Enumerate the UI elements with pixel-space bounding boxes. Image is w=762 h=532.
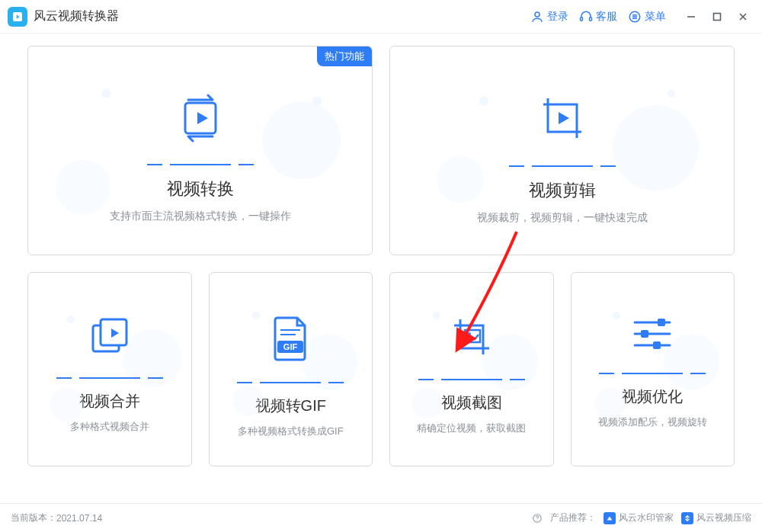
- card-desc: 精确定位视频，获取截图: [417, 421, 526, 436]
- divider: [260, 382, 321, 383]
- convert-icon: [174, 92, 226, 147]
- card-title: 视频截图: [441, 393, 502, 413]
- card-video-gif[interactable]: GIF 视频转GIF 多种视频格式转换成GIF: [209, 272, 373, 466]
- card-bg-decor: [572, 273, 734, 466]
- card-video-capture[interactable]: 视频截图 精确定位视频，获取截图: [389, 272, 554, 466]
- merge-icon: [88, 315, 131, 361]
- svg-rect-4: [590, 17, 592, 21]
- card-title: 视频优化: [622, 386, 683, 407]
- card-video-optimize[interactable]: 视频优化 视频添加配乐，视频旋转: [571, 272, 735, 466]
- svg-rect-45: [641, 330, 648, 338]
- recommend-compress[interactable]: 风云视频压缩: [681, 511, 751, 524]
- svg-marker-20: [559, 112, 569, 124]
- card-video-edit[interactable]: 视频剪辑 视频裁剪，视频剪辑，一键快速完成: [389, 46, 735, 255]
- svg-rect-47: [653, 341, 661, 349]
- app-header: 风云视频转换器 登录 客服 菜单: [0, 0, 762, 34]
- compress-app-icon: [681, 512, 693, 524]
- sliders-icon: [630, 315, 674, 356]
- close-button[interactable]: [733, 7, 753, 27]
- divider: [532, 165, 593, 167]
- divider: [170, 164, 231, 165]
- svg-rect-3: [581, 17, 583, 21]
- menu-icon: [628, 10, 642, 24]
- recommend-label: 产品推荐：: [550, 511, 596, 524]
- app-title: 风云视频转换器: [34, 8, 119, 24]
- card-video-merge[interactable]: 视频合并 多种格式视频合并: [27, 272, 192, 466]
- svg-rect-43: [658, 319, 665, 326]
- card-title: 视频剪辑: [529, 179, 596, 202]
- card-desc: 视频裁剪，视频剪辑，一键快速完成: [477, 210, 648, 226]
- card-desc: 支持市面主流视频格式转换，一键操作: [110, 208, 291, 224]
- card-desc: 视频添加配乐，视频旋转: [598, 415, 707, 430]
- svg-rect-7: [714, 13, 721, 20]
- main-content: 热门功能 视频转换 支持市面主流视频格式转换，一键操作: [0, 34, 762, 474]
- svg-point-2: [535, 12, 539, 17]
- maximize-button[interactable]: [707, 7, 727, 27]
- minimize-button[interactable]: [681, 7, 701, 27]
- card-title: 视频转GIF: [255, 396, 326, 416]
- user-icon: [530, 10, 544, 24]
- support-button[interactable]: 客服: [579, 10, 617, 24]
- help-icon[interactable]: [532, 513, 543, 524]
- card-video-convert[interactable]: 热门功能 视频转换 支持市面主流视频格式转换，一键操作: [27, 46, 373, 255]
- divider: [79, 377, 140, 379]
- svg-point-13: [56, 160, 110, 215]
- support-label: 客服: [596, 10, 617, 24]
- version-value: 2021.07.14: [56, 513, 102, 524]
- hot-badge: 热门功能: [317, 46, 372, 66]
- app-footer: 当前版本： 2021.07.14 产品推荐： 风云水印管家 风云视频压缩: [0, 503, 762, 532]
- card-title: 视频合并: [79, 391, 140, 412]
- svg-text:GIF: GIF: [283, 342, 298, 351]
- header-actions: 登录 客服 菜单: [530, 7, 753, 27]
- divider: [441, 379, 502, 380]
- divider: [622, 373, 683, 374]
- svg-point-36: [411, 387, 443, 418]
- version-label: 当前版本：: [11, 511, 56, 524]
- card-desc: 多种视频格式转换成GIF: [238, 424, 344, 439]
- gif-file-icon: GIF: [270, 315, 311, 365]
- watermark-app-icon: [604, 512, 616, 524]
- screenshot-icon: [450, 315, 494, 362]
- login-button[interactable]: 登录: [530, 10, 568, 24]
- recommend-watermark[interactable]: 风云水印管家: [604, 511, 674, 524]
- menu-label: 菜单: [645, 10, 666, 24]
- svg-point-18: [437, 156, 485, 204]
- recommend-item-label: 风云视频压缩: [696, 511, 751, 524]
- card-desc: 多种格式视频合并: [70, 419, 149, 434]
- app-logo-icon: [8, 7, 27, 27]
- crop-icon: [536, 92, 589, 149]
- recommend-item-label: 风云水印管家: [619, 511, 674, 524]
- svg-point-49: [536, 520, 537, 521]
- headset-icon: [579, 10, 593, 24]
- card-title: 视频转换: [167, 178, 234, 200]
- menu-button[interactable]: 菜单: [628, 10, 666, 24]
- svg-point-38: [468, 332, 471, 335]
- card-bg-decor: [390, 273, 552, 466]
- card-bg-decor: [28, 273, 190, 466]
- login-label: 登录: [547, 10, 568, 24]
